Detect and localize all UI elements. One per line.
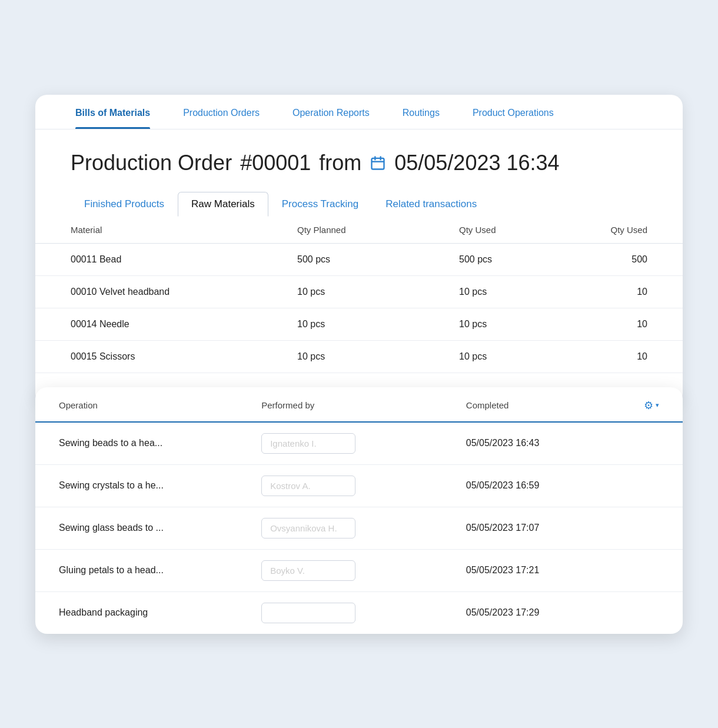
performer-input[interactable] (261, 476, 355, 496)
qty-used1: 10 pcs (424, 308, 553, 340)
completed-date: 05/05/2023 16:59 (443, 464, 620, 507)
table-row: Sewing crystals to a he... 05/05/2023 16… (35, 464, 683, 507)
completed-date: 05/05/2023 17:07 (443, 507, 620, 549)
operation-name: Sewing crystals to a he... (35, 464, 238, 507)
from-label: from (319, 151, 361, 175)
operations-table: Operation Performed by Completed ⚙ ▾ Sew… (35, 387, 683, 634)
nav-tab-operation-reports[interactable]: Operation Reports (276, 95, 386, 129)
operation-name: Sewing beads to a hea... (35, 422, 238, 465)
table-row: 00015 Scissors 10 pcs 10 pcs 10 (35, 340, 683, 373)
chevron-down-icon: ▾ (656, 401, 659, 409)
page-title-area: Production Order #00001 from 05/05/2023 … (35, 129, 683, 192)
gear-settings-button[interactable]: ⚙ ▾ (644, 399, 659, 412)
order-number: #00001 (240, 151, 311, 175)
calendar-icon (370, 155, 386, 171)
bottom-card: Operation Performed by Completed ⚙ ▾ Sew… (35, 387, 683, 634)
operation-name: Gluing petals to a head... (35, 549, 238, 591)
completed-date: 05/05/2023 17:29 (443, 591, 620, 634)
table-row: Sewing glass beads to ... 05/05/2023 17:… (35, 507, 683, 549)
section-tab-process-tracking[interactable]: Process Tracking (268, 192, 372, 217)
performer-cell (238, 591, 443, 634)
qty-planned: 10 pcs (262, 340, 424, 373)
qty-used2: 10 (553, 275, 683, 308)
section-tabs: Finished Products Raw Materials Process … (35, 192, 683, 217)
performer-cell (238, 422, 443, 465)
material-name: 00015 Scissors (35, 340, 262, 373)
svg-rect-0 (372, 158, 384, 169)
col-header-qty-used1: Qty Used (424, 217, 553, 244)
performer-cell (238, 549, 443, 591)
material-name: 00011 Bead (35, 243, 262, 275)
qty-used2: 10 (553, 308, 683, 340)
action-cell (620, 549, 683, 591)
nav-tab-product-operations[interactable]: Product Operations (456, 95, 570, 129)
operation-name: Sewing glass beads to ... (35, 507, 238, 549)
completed-date: 05/05/2023 16:43 (443, 422, 620, 465)
action-cell (620, 507, 683, 549)
material-name: 00010 Velvet headband (35, 275, 262, 308)
col-header-material: Material (35, 217, 262, 244)
action-cell (620, 464, 683, 507)
order-prefix: Production Order (71, 151, 232, 175)
table-row: 00014 Needle 10 pcs 10 pcs 10 (35, 308, 683, 340)
col-header-performed-by: Performed by (238, 387, 443, 422)
order-date: 05/05/2023 16:34 (394, 151, 559, 175)
table-row: Headband packaging 05/05/2023 17:29 (35, 591, 683, 634)
performer-input[interactable] (261, 603, 355, 623)
material-name: 00014 Needle (35, 308, 262, 340)
section-tab-finished-products[interactable]: Finished Products (71, 192, 178, 217)
qty-planned: 500 pcs (262, 243, 424, 275)
col-header-gear: ⚙ ▾ (620, 387, 683, 422)
performer-input[interactable] (261, 518, 355, 538)
materials-table: Material Qty Planned Qty Used Qty Used 0… (35, 217, 683, 405)
qty-used1: 10 pcs (424, 275, 553, 308)
performer-input[interactable] (261, 560, 355, 581)
qty-planned: 10 pcs (262, 308, 424, 340)
table-row: 00011 Bead 500 pcs 500 pcs 500 (35, 243, 683, 275)
page-title: Production Order #00001 from 05/05/2023 … (71, 151, 647, 175)
nav-tab-routings[interactable]: Routings (386, 95, 456, 129)
nav-tabs: Bills of Materials Production Orders Ope… (35, 95, 683, 129)
nav-tab-production-orders[interactable]: Production Orders (167, 95, 276, 129)
performer-cell (238, 464, 443, 507)
table-row: 00010 Velvet headband 10 pcs 10 pcs 10 (35, 275, 683, 308)
page-wrapper: Bills of Materials Production Orders Ope… (35, 95, 683, 634)
qty-used2: 10 (553, 340, 683, 373)
completed-date: 05/05/2023 17:21 (443, 549, 620, 591)
col-header-operation: Operation (35, 387, 238, 422)
col-header-qty-planned: Qty Planned (262, 217, 424, 244)
top-card: Bills of Materials Production Orders Ope… (35, 95, 683, 405)
qty-used1: 500 pcs (424, 243, 553, 275)
action-cell (620, 422, 683, 465)
operation-name: Headband packaging (35, 591, 238, 634)
performer-cell (238, 507, 443, 549)
col-header-qty-used2: Qty Used (553, 217, 683, 244)
qty-used2: 500 (553, 243, 683, 275)
qty-planned: 10 pcs (262, 275, 424, 308)
section-tab-related-transactions[interactable]: Related transactions (372, 192, 490, 217)
table-row: Gluing petals to a head... 05/05/2023 17… (35, 549, 683, 591)
qty-used1: 10 pcs (424, 340, 553, 373)
performer-input[interactable] (261, 433, 355, 454)
action-cell (620, 591, 683, 634)
table-row: Sewing beads to a hea... 05/05/2023 16:4… (35, 422, 683, 465)
nav-tab-bills-of-materials[interactable]: Bills of Materials (59, 95, 167, 129)
section-tab-raw-materials[interactable]: Raw Materials (178, 192, 268, 217)
col-header-completed: Completed (443, 387, 620, 422)
gear-icon: ⚙ (644, 399, 653, 412)
